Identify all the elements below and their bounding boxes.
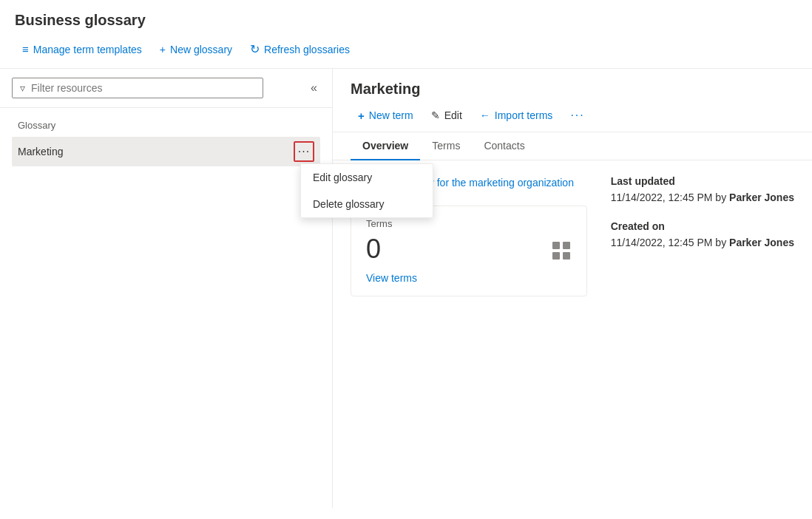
svg-rect-2 (552, 252, 560, 260)
pencil-icon: ✎ (431, 109, 440, 121)
more-ellipsis-icon: ··· (570, 109, 584, 122)
delete-glossary-menu-item[interactable]: Delete glossary (301, 191, 433, 217)
edit-glossary-menu-item[interactable]: Edit glossary (301, 164, 433, 191)
content-meta: Last updated 11/14/2022, 12:45 PM by Par… (611, 175, 794, 296)
last-updated-value: 11/14/2022, 12:45 PM by Parker Jones (611, 190, 794, 206)
filter-bar: ▿ « (0, 69, 332, 108)
import-arrow-icon: ← (480, 109, 490, 121)
tab-contacts[interactable]: Contacts (472, 132, 536, 160)
manage-term-templates-button[interactable]: ≡ Manage term templates (15, 38, 149, 60)
tabs-bar: Overview Terms Contacts (333, 132, 812, 160)
page-header: Business glossary ≡ Manage term template… (0, 0, 812, 69)
context-menu: Edit glossary Delete glossary (300, 163, 433, 218)
content-toolbar: + New term ✎ Edit ← Import terms ··· (351, 105, 794, 132)
sidebar-item-label: Marketing (18, 146, 63, 157)
sidebar-item-marketing[interactable]: Marketing ··· Edit glossary Delete gloss… (12, 137, 320, 166)
created-on-label: Created on (611, 220, 794, 232)
ellipsis-icon: ··· (298, 145, 310, 158)
meta-last-updated: Last updated 11/14/2022, 12:45 PM by Par… (611, 175, 794, 206)
refresh-glossaries-button[interactable]: ↻ Refresh glossaries (243, 38, 357, 61)
more-content-options-button[interactable]: ··· (563, 105, 592, 126)
new-term-button[interactable]: + New term (351, 106, 421, 126)
svg-rect-0 (552, 242, 560, 249)
terms-card-left: Terms 0 View terms (366, 218, 417, 284)
collapse-button[interactable]: « (308, 78, 320, 98)
manage-icon: ≡ (22, 43, 29, 55)
page-title: Business glossary (15, 12, 797, 29)
filter-input-wrapper[interactable]: ▿ (12, 78, 263, 98)
edit-button[interactable]: ✎ Edit (424, 106, 470, 125)
created-on-value: 11/14/2022, 12:45 PM by Parker Jones (611, 235, 794, 251)
new-term-plus-icon: + (358, 109, 365, 122)
tab-overview[interactable]: Overview (351, 132, 420, 160)
more-options-button[interactable]: ··· (294, 141, 314, 162)
svg-rect-1 (563, 242, 570, 249)
plus-icon: + (160, 44, 166, 55)
tab-terms[interactable]: Terms (420, 132, 472, 160)
terms-count: 0 (366, 234, 417, 265)
sidebar: ▿ « Glossary Marketing ··· Edit glossary… (0, 69, 333, 508)
grid-icon (551, 240, 572, 265)
toolbar: ≡ Manage term templates + New glossary ↻… (15, 38, 797, 61)
svg-rect-3 (563, 252, 570, 260)
last-updated-label: Last updated (611, 175, 794, 187)
terms-label: Terms (366, 218, 417, 229)
import-terms-button[interactable]: ← Import terms (473, 106, 561, 125)
filter-input[interactable] (31, 82, 255, 94)
meta-created-on: Created on 11/14/2022, 12:45 PM by Parke… (611, 220, 794, 251)
view-terms-link[interactable]: View terms (366, 272, 417, 284)
content-area: Marketing + New term ✎ Edit ← Import ter… (333, 69, 812, 508)
filter-icon: ▿ (20, 82, 25, 94)
terms-card: Terms 0 View terms (351, 206, 587, 296)
sidebar-category: Glossary (12, 117, 320, 134)
content-header: Marketing + New term ✎ Edit ← Import ter… (333, 69, 812, 132)
refresh-icon: ↻ (250, 42, 260, 56)
sidebar-nav: Glossary Marketing ··· Edit glossary Del… (0, 108, 332, 175)
content-title: Marketing (351, 81, 794, 98)
main-layout: ▿ « Glossary Marketing ··· Edit glossary… (0, 69, 812, 508)
new-glossary-button[interactable]: + New glossary (152, 39, 240, 60)
